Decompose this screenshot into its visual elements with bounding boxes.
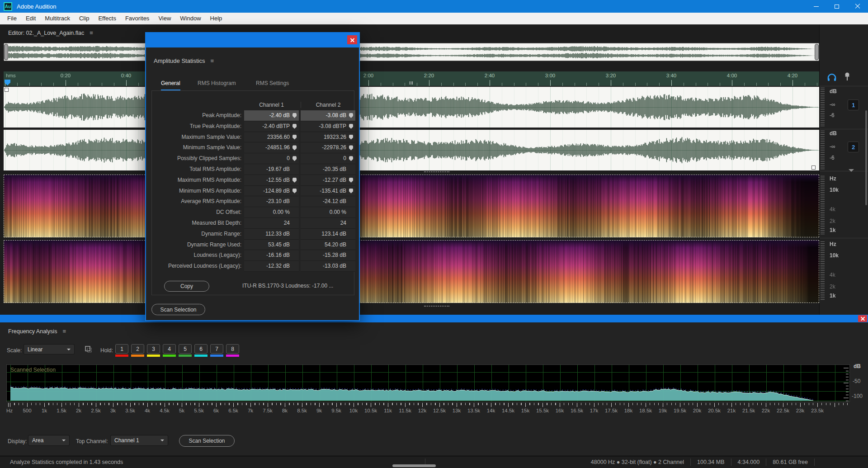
- stats-row[interactable]: Dynamic Range Used:53.45 dB54.20 dB: [152, 240, 354, 251]
- marker-icon[interactable]: [292, 189, 297, 194]
- channel-1-badge[interactable]: 1: [848, 99, 859, 110]
- hold-button-3[interactable]: 3: [147, 344, 160, 354]
- stat-value-channel-1[interactable]: 0: [244, 153, 299, 164]
- stat-value-channel-1[interactable]: -16.16 dB: [244, 250, 299, 261]
- selection-grip-top-left[interactable]: [5, 88, 9, 92]
- stat-value-channel-2[interactable]: 0: [301, 153, 355, 164]
- frequency-graph-canvas[interactable]: [7, 365, 849, 402]
- spectrogram-channel-1[interactable]: [4, 175, 819, 237]
- stat-value-channel-1[interactable]: 24: [244, 218, 299, 229]
- hold-button-6[interactable]: 6: [194, 344, 208, 354]
- waveform-channel-2[interactable]: [4, 130, 819, 170]
- minimize-button[interactable]: [806, 0, 826, 13]
- stats-row[interactable]: Maximum Sample Value:23356.6019323.26: [152, 132, 354, 143]
- menu-window[interactable]: Window: [175, 13, 205, 24]
- marker-icon[interactable]: [349, 145, 353, 150]
- spectrogram-canvas-1[interactable]: [4, 175, 819, 237]
- maximize-button[interactable]: [826, 0, 847, 13]
- pin-icon[interactable]: [842, 71, 852, 82]
- overview-left-handle[interactable]: [4, 44, 8, 60]
- menu-effects[interactable]: Effects: [94, 13, 121, 24]
- stat-value-channel-1[interactable]: -12.32 dB: [244, 261, 299, 272]
- view-splitter-handle[interactable]: [424, 171, 449, 172]
- stats-row[interactable]: Loudness (Legacy):-16.16 dB-15.28 dB: [152, 250, 354, 261]
- stat-value-channel-2[interactable]: -12.27 dB: [301, 175, 355, 186]
- stat-value-channel-1[interactable]: 23356.60: [244, 132, 299, 143]
- panel-menu-icon[interactable]: ≡: [210, 57, 214, 64]
- copy-button[interactable]: Copy: [164, 281, 209, 292]
- marker-icon[interactable]: [349, 156, 353, 161]
- stat-value-channel-2[interactable]: 19323.26: [301, 132, 355, 143]
- panel-splitter-handle[interactable]: [424, 306, 449, 307]
- stat-value-channel-1[interactable]: -24851.96: [244, 142, 299, 153]
- menu-favorites[interactable]: Favorites: [121, 13, 154, 24]
- playhead-grip[interactable]: [410, 81, 413, 85]
- marker-icon[interactable]: [349, 113, 353, 118]
- timeline-ruler[interactable]: hms 0:200:401:001:201:402:002:202:403:00…: [4, 71, 819, 86]
- stats-row[interactable]: Minimum Sample Value:-24851.96-22978.26: [152, 142, 354, 153]
- marker-icon[interactable]: [292, 156, 297, 161]
- stats-row[interactable]: Possibly Clipped Samples:00: [152, 153, 354, 164]
- hold-button-4[interactable]: 4: [163, 344, 176, 354]
- spectrogram-channel-2[interactable]: [4, 240, 819, 303]
- overview-navigator[interactable]: [4, 43, 819, 61]
- waveform-canvas-2[interactable]: [4, 130, 819, 170]
- stat-value-channel-2[interactable]: -22978.26: [301, 142, 355, 153]
- stat-value-channel-1[interactable]: 112.33 dB: [244, 229, 299, 240]
- waveform-canvas-1[interactable]: [4, 87, 819, 128]
- hold-button-5[interactable]: 5: [179, 344, 192, 354]
- tab-rms-settings[interactable]: RMS Settings: [256, 80, 289, 90]
- overview-right-handle[interactable]: [815, 44, 819, 60]
- selection-grip-bottom-right[interactable]: [811, 165, 816, 170]
- channel-2-badge[interactable]: 2: [848, 142, 859, 152]
- stat-value-channel-1[interactable]: 0.00 %: [244, 207, 299, 218]
- marker-icon[interactable]: [349, 135, 353, 140]
- marker-icon[interactable]: [292, 113, 297, 118]
- stat-value-channel-2[interactable]: -24.12 dB: [301, 196, 355, 207]
- stat-value-channel-2[interactable]: -15.28 dB: [301, 250, 355, 261]
- panel-menu-icon[interactable]: ≡: [62, 328, 66, 335]
- stats-row[interactable]: Total RMS Amplitude:-19.67 dB-20.35 dB: [152, 164, 354, 175]
- stat-value-channel-1[interactable]: -124.89 dB: [244, 186, 299, 197]
- menu-view[interactable]: View: [154, 13, 175, 24]
- stat-value-channel-1[interactable]: -2.40 dBTP: [244, 121, 299, 132]
- display-dropdown[interactable]: Area: [28, 435, 70, 446]
- headphones-icon[interactable]: [826, 71, 838, 83]
- menu-edit[interactable]: Edit: [21, 13, 40, 24]
- stats-row[interactable]: Peak Amplitude:-2.40 dB-3.08 dB: [152, 110, 354, 121]
- stat-value-channel-2[interactable]: -20.35 dB: [301, 164, 355, 175]
- menu-multitrack[interactable]: Multitrack: [40, 13, 75, 24]
- frequency-graph[interactable]: Scanned Selection: [6, 364, 850, 402]
- marker-icon[interactable]: [349, 178, 353, 183]
- stat-value-channel-2[interactable]: 54.20 dB: [301, 240, 355, 251]
- close-button[interactable]: [847, 0, 868, 13]
- stat-value-channel-1[interactable]: -19.67 dB: [244, 164, 299, 175]
- vertical-scrollbar[interactable]: [865, 110, 867, 205]
- marker-icon[interactable]: [292, 145, 297, 150]
- stat-value-channel-1[interactable]: -12.55 dB: [244, 175, 299, 186]
- stats-row[interactable]: True Peak Amplitude:-2.40 dBTP-3.08 dBTP: [152, 121, 354, 132]
- stats-row[interactable]: Perceived Loudness (Legacy):-12.32 dB-13…: [152, 261, 354, 272]
- bottom-resize-grip[interactable]: [392, 464, 436, 467]
- marker-icon[interactable]: [292, 124, 297, 129]
- stat-value-channel-2[interactable]: -3.08 dBTP: [301, 121, 355, 132]
- frequency-panel-drag-bar[interactable]: [0, 315, 868, 322]
- top-channel-dropdown[interactable]: Channel 1: [110, 435, 168, 446]
- tab-rms-histogram[interactable]: RMS Histogram: [198, 80, 236, 90]
- hold-button-7[interactable]: 7: [210, 344, 223, 354]
- editor-tab[interactable]: Editor: 02._A_Love_Again.flac≡: [8, 29, 93, 36]
- spectrogram-canvas-2[interactable]: [4, 240, 819, 303]
- panel-menu-icon[interactable]: ≡: [90, 29, 93, 36]
- stat-value-channel-2[interactable]: 24: [301, 218, 355, 229]
- menu-clip[interactable]: Clip: [75, 13, 94, 24]
- overview-waveform[interactable]: [4, 43, 819, 61]
- stats-row[interactable]: Minimum RMS Amplitude:-124.89 dB-135.41 …: [152, 186, 354, 197]
- dialog-close-button[interactable]: [347, 35, 357, 44]
- stat-value-channel-2[interactable]: -3.08 dB: [301, 110, 355, 121]
- scan-selection-button[interactable]: Scan Selection: [179, 435, 235, 447]
- stat-value-channel-1[interactable]: -2.40 dB: [244, 110, 299, 121]
- scan-selection-button[interactable]: Scan Selection: [151, 304, 205, 315]
- dialog-drag-bar[interactable]: [145, 32, 360, 47]
- hold-button-8[interactable]: 8: [226, 344, 239, 354]
- copy-graph-icon[interactable]: [84, 345, 93, 354]
